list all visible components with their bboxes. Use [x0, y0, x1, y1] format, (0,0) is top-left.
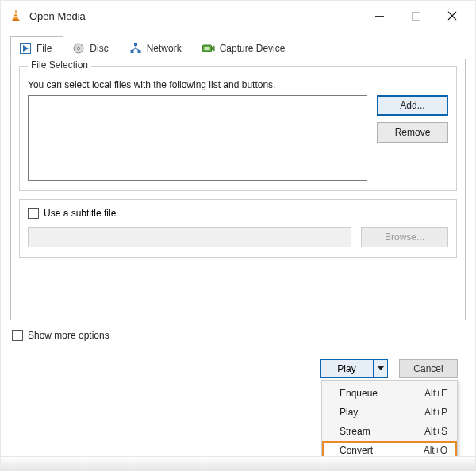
play-split-button[interactable]: Play: [320, 359, 388, 378]
capture-device-icon: [202, 42, 215, 55]
bottom-shadow: [1, 456, 475, 470]
add-button[interactable]: Add...: [377, 95, 448, 116]
svg-rect-4: [412, 12, 420, 20]
svg-rect-11: [131, 51, 133, 53]
tab-label: Capture Device: [220, 43, 286, 54]
tab-strip: File Disc Network Capture Devi: [10, 36, 466, 59]
file-list[interactable]: [28, 95, 367, 181]
show-more-label: Show more options: [28, 330, 109, 341]
tab-network[interactable]: Network: [121, 36, 194, 60]
file-selection-group: File Selection You can select local file…: [19, 66, 457, 191]
menu-item-stream[interactable]: Stream Alt+S: [322, 422, 457, 441]
maximize-button[interactable]: [397, 2, 434, 30]
file-play-icon: [19, 42, 32, 55]
menu-item-enqueue[interactable]: Enqueue Alt+E: [322, 384, 457, 403]
play-dropdown-toggle[interactable]: [373, 360, 387, 377]
subtitle-path-field: [28, 227, 351, 247]
svg-rect-10: [134, 44, 136, 46]
menu-item-label: Play: [340, 407, 358, 418]
file-selection-hint: You can select local files with the foll…: [28, 79, 448, 90]
subtitle-checkbox-label: Use a subtitle file: [44, 208, 116, 219]
menu-item-shortcut: Alt+E: [424, 388, 447, 399]
chevron-down-icon: [378, 366, 384, 371]
play-dropdown-menu: Enqueue Alt+E Play Alt+P Stream Alt+S Co…: [321, 380, 458, 464]
svg-rect-14: [204, 47, 209, 50]
button-label: Browse...: [385, 232, 424, 243]
subtitle-group: Use a subtitle file Browse...: [19, 199, 457, 258]
tab-file[interactable]: File: [10, 36, 63, 60]
show-more-checkbox[interactable]: [12, 330, 23, 341]
vlc-cone-icon: [9, 9, 23, 23]
subtitle-browse-button: Browse...: [361, 227, 448, 247]
titlebar: Open Media: [1, 1, 475, 31]
network-icon: [129, 42, 142, 55]
window-controls: [361, 2, 470, 30]
menu-item-shortcut: Alt+O: [424, 445, 447, 456]
remove-button[interactable]: Remove: [377, 122, 448, 143]
window-title: Open Media: [29, 10, 361, 22]
tab-label: File: [36, 43, 52, 54]
menu-item-label: Convert: [340, 445, 373, 456]
button-label: Remove: [395, 127, 431, 138]
svg-rect-12: [138, 51, 140, 53]
tab-disc[interactable]: Disc: [63, 36, 120, 60]
subtitle-checkbox[interactable]: [28, 208, 39, 219]
menu-item-shortcut: Alt+S: [424, 426, 447, 437]
group-legend: File Selection: [28, 59, 91, 71]
svg-point-9: [78, 47, 80, 49]
tab-capture[interactable]: Capture Device: [194, 36, 298, 60]
button-label: Cancel: [413, 363, 443, 374]
menu-item-label: Enqueue: [340, 388, 378, 399]
tab-label: Network: [147, 43, 182, 54]
close-button[interactable]: [434, 2, 470, 30]
cancel-button[interactable]: Cancel: [399, 359, 458, 378]
play-button-label: Play: [321, 363, 373, 374]
minimize-button[interactable]: [361, 2, 397, 30]
disc-icon: [72, 42, 85, 55]
menu-item-label: Stream: [340, 426, 370, 437]
button-label: Add...: [400, 100, 424, 111]
bottom-button-row: Play Cancel: [320, 359, 458, 378]
show-more-row: Show more options: [12, 330, 464, 341]
tab-label: Disc: [90, 43, 108, 54]
menu-item-shortcut: Alt+P: [424, 407, 447, 418]
svg-rect-0: [14, 13, 17, 15]
menu-item-play[interactable]: Play Alt+P: [322, 403, 457, 422]
svg-rect-2: [13, 20, 20, 21]
tab-panel: File Selection You can select local file…: [10, 59, 466, 320]
svg-rect-1: [14, 17, 18, 18]
